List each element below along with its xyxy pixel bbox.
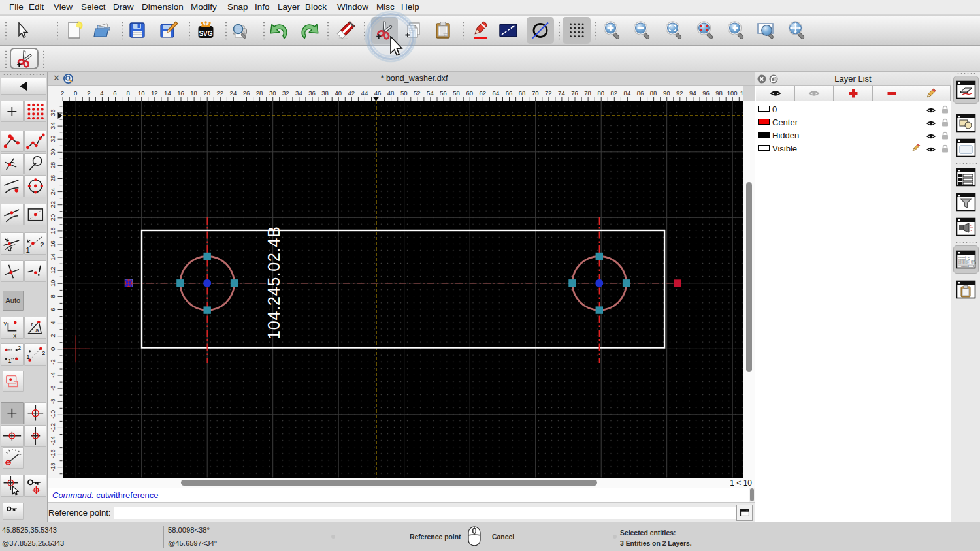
svg-text:1: 1 [25, 246, 29, 254]
svg-text:8: 8 [126, 89, 129, 97]
svg-text:80: 80 [597, 89, 604, 97]
svg-text:2: 2 [87, 89, 90, 97]
svg-text:62: 62 [480, 89, 487, 97]
svg-text:82: 82 [611, 89, 618, 97]
svg-text:44: 44 [361, 89, 368, 97]
svg-text:6: 6 [49, 307, 56, 311]
svg-text:94: 94 [689, 89, 696, 97]
svg-text:70: 70 [532, 89, 539, 97]
svg-text:4: 4 [49, 321, 56, 324]
svg-text:12: 12 [49, 266, 56, 274]
svg-text:14: 14 [49, 253, 56, 260]
svg-text:76: 76 [571, 89, 578, 97]
svg-text:1: 1 [8, 358, 11, 364]
svg-text:-12: -12 [49, 423, 56, 432]
svg-text:-8: -8 [49, 398, 56, 403]
svg-text:32: 32 [49, 135, 56, 142]
svg-text:-18: -18 [49, 462, 56, 471]
svg-text:52: 52 [414, 89, 421, 97]
svg-text:58: 58 [453, 89, 460, 97]
svg-text:90: 90 [663, 89, 670, 97]
svg-text:2: 2 [40, 241, 44, 249]
svg-text:2: 2 [42, 350, 45, 356]
svg-text:30: 30 [269, 89, 276, 97]
svg-text:10: 10 [138, 89, 145, 97]
svg-text:42: 42 [348, 89, 355, 97]
svg-text:-16: -16 [49, 449, 56, 458]
svg-text:34: 34 [295, 89, 302, 97]
svg-text:102: 102 [740, 89, 743, 97]
svg-text:68: 68 [519, 89, 526, 97]
svg-text:-4: -4 [49, 372, 56, 377]
svg-text:24: 24 [49, 188, 56, 195]
svg-text:86: 86 [637, 89, 644, 97]
svg-text:98: 98 [715, 89, 723, 97]
svg-text:38: 38 [321, 89, 329, 97]
svg-text:72: 72 [545, 89, 552, 97]
svg-text:88: 88 [650, 89, 657, 97]
svg-text:100: 100 [727, 89, 738, 97]
svg-text:28: 28 [49, 162, 56, 169]
svg-text:40: 40 [335, 89, 342, 97]
svg-text:84: 84 [624, 89, 631, 97]
svg-text:16: 16 [177, 89, 184, 97]
svg-text:8: 8 [49, 294, 56, 298]
svg-text:a: a [35, 327, 39, 334]
svg-text:48: 48 [387, 89, 395, 97]
svg-text:0: 0 [49, 347, 56, 351]
svg-text:104.245.02.4B: 104.245.02.4B [265, 227, 283, 339]
svg-text:14: 14 [164, 89, 171, 97]
svg-text:28: 28 [256, 89, 263, 97]
svg-text:92: 92 [676, 89, 683, 97]
svg-text:1: 1 [26, 354, 29, 360]
svg-text:56: 56 [440, 89, 447, 97]
svg-text:r: r [31, 321, 33, 328]
svg-text:16: 16 [49, 240, 56, 247]
svg-text:2: 2 [49, 334, 56, 338]
svg-text:24: 24 [230, 89, 237, 97]
svg-text:66: 66 [506, 89, 513, 97]
svg-text:32: 32 [282, 89, 289, 97]
svg-text:34: 34 [49, 122, 56, 129]
svg-text:x: x [13, 332, 16, 339]
svg-text:-14: -14 [49, 436, 56, 445]
svg-text:y: y [3, 319, 7, 326]
svg-text:36: 36 [308, 89, 316, 97]
svg-text:2: 2 [61, 89, 64, 97]
svg-text:20: 20 [203, 89, 210, 97]
svg-text:Coordinate: 720.09: Coordinate: 720.09 [958, 262, 976, 264]
svg-text:64: 64 [493, 89, 500, 97]
svg-text:SVG: SVG [199, 30, 212, 37]
svg-text:26: 26 [243, 89, 250, 97]
svg-text:74: 74 [558, 89, 565, 97]
svg-text:18: 18 [190, 89, 197, 97]
svg-text:command: command [961, 265, 969, 268]
svg-text:-2: -2 [49, 359, 56, 364]
svg-text:78: 78 [584, 89, 591, 97]
svg-text:2: 2 [18, 345, 21, 351]
svg-text:26: 26 [49, 175, 56, 182]
svg-text:6: 6 [113, 89, 116, 97]
svg-text:54: 54 [427, 89, 434, 97]
svg-text:36: 36 [49, 109, 56, 116]
svg-text:12: 12 [151, 89, 158, 97]
svg-text:50: 50 [400, 89, 408, 97]
svg-text:22: 22 [49, 201, 56, 208]
svg-text:20: 20 [49, 214, 56, 221]
svg-text:96: 96 [702, 89, 710, 97]
svg-text:18: 18 [49, 227, 56, 234]
svg-text:60: 60 [466, 89, 473, 97]
svg-text:30: 30 [49, 149, 56, 156]
svg-text:4: 4 [100, 89, 103, 97]
svg-text:0: 0 [74, 89, 77, 97]
svg-text:-6: -6 [49, 385, 56, 390]
svg-text:-10: -10 [49, 410, 56, 419]
svg-text:10: 10 [49, 280, 56, 287]
svg-text:46: 46 [374, 89, 382, 97]
svg-text:22: 22 [217, 89, 224, 97]
